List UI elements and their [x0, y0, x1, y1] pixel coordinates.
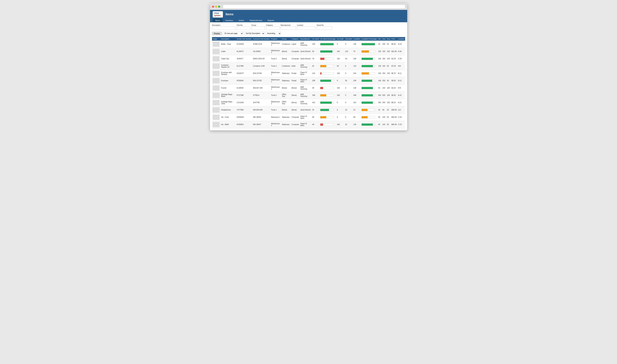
table-row[interactable]: Bottle - Clear KC83940 47385-2234 Wareho… — [212, 41, 405, 48]
on-order-cell: 100 — [336, 91, 345, 99]
filter-location-label: Location — [297, 24, 316, 26]
on-hand-progress-fill — [320, 51, 332, 52]
on-hand-pct-cell — [319, 99, 336, 106]
allocated-cell: 120 — [344, 48, 353, 55]
on-hand-cell: 78 — [312, 55, 319, 62]
on-hand-progress-fill — [320, 102, 331, 104]
nav-tab-items[interactable]: Items — [213, 19, 223, 22]
description-input[interactable] — [212, 26, 236, 30]
program-cell: Truck 2 — [270, 62, 281, 70]
on-hand-pct-cell — [319, 91, 336, 99]
allocated-cell: 0 — [344, 99, 353, 106]
location-cell: 678 — [397, 84, 405, 91]
allocated-cell: 0 — [344, 114, 353, 121]
sort-by-select[interactable]: Sort By Description Sort By Part No. Sor… — [244, 32, 265, 35]
maximize-icon[interactable] — [218, 6, 220, 8]
max-cell: 100 — [382, 114, 386, 121]
on-hand-progress-bar — [320, 123, 334, 126]
available-cell: 142 — [353, 62, 361, 70]
avail-progress-bar — [361, 43, 375, 45]
table-row[interactable]: Headphones YX77882 345-829-465 Truck 1 [… — [212, 106, 405, 114]
max-cell: 200 — [382, 41, 386, 48]
min-cell: 50 — [378, 114, 382, 121]
table-row[interactable]: Cable Clip JK36477 00023-3344-28 Truck 2… — [212, 55, 405, 62]
display-button[interactable]: Display — [212, 32, 222, 35]
description-cell: Envelope — [221, 77, 236, 84]
image-cell — [212, 121, 221, 128]
on-hand-pct-cell — [319, 121, 336, 128]
location-cell: A-56 — [397, 48, 405, 55]
titlebar — [210, 3, 407, 10]
table-row[interactable]: Ink - B&W KH59601 INK-38457 Warehouse 1 … — [212, 121, 405, 128]
nav-tab-replenishment[interactable]: Replenishment — [247, 19, 265, 22]
avail-pct-cell — [361, 99, 378, 106]
sort-order-select[interactable]: Ascending Descending — [266, 32, 281, 35]
logo-clear-text: clear — [214, 12, 222, 14]
rop-cell: 20 — [386, 106, 391, 114]
min-cell: 20 — [378, 106, 382, 114]
table-row[interactable]: Cable KL26674 CA-26663 Warehouse 1 [None… — [212, 48, 405, 55]
min-cell: 100 — [378, 77, 382, 84]
nav-tab-inventory[interactable]: Inventory — [223, 19, 236, 22]
minimize-icon[interactable] — [215, 6, 217, 8]
description-cell: Container - Square Lid — [221, 62, 236, 70]
table-row[interactable]: Envelope with Window KG26377 ENV-22769 W… — [212, 70, 405, 77]
avail-progress-bar — [361, 79, 375, 82]
table-row[interactable]: Garbage Bags - Black KT27388 #7789-A Tru… — [212, 91, 405, 99]
on-order-cell: 0 — [336, 77, 345, 84]
nav-tab-reports[interactable]: Reports — [265, 19, 277, 22]
nav-tab-orders[interactable]: Orders — [236, 19, 247, 22]
filter-partno: Part No. — [237, 24, 250, 30]
serial-input[interactable] — [317, 26, 332, 30]
category-input[interactable] — [266, 26, 280, 30]
location-cell: C-03 — [397, 121, 405, 128]
image-cell — [212, 55, 221, 62]
on-order-cell: 100 — [336, 70, 345, 77]
rows-per-page-select[interactable]: 20 rows per page 50 rows per page 100 ro… — [223, 32, 243, 35]
customer-part-cell: CA-26663 — [252, 48, 271, 55]
table-row[interactable]: Envelope KF83844 ENV-22750 Warehouse 1 S… — [212, 77, 405, 84]
close-icon[interactable] — [212, 6, 214, 8]
image-cell — [212, 114, 221, 121]
min-cell: 100 — [378, 62, 382, 70]
on-order-cell: 0 — [336, 41, 345, 48]
col-customer-part: Customer Part Number — [252, 37, 271, 41]
rop-cell: 50 — [386, 41, 391, 48]
customer-part-cell: 345-829-465 — [252, 106, 271, 114]
table-row[interactable]: Funnel KL48593 456-927-348 Warehouse 1 [… — [212, 84, 405, 91]
partno-input[interactable] — [237, 26, 250, 30]
rop-cell: 100 — [386, 91, 391, 99]
filter-row: Description Part No. Group Category Manu… — [212, 24, 405, 30]
filter-manufacturer-label: Manufacturer — [281, 24, 296, 26]
table-row[interactable]: Ink - Color KH59600 INK-38456 Wareouse 1… — [212, 114, 405, 121]
max-cell: 200 — [382, 55, 386, 62]
avail-pct-cell — [361, 41, 378, 48]
vendor-part-cell: LO11000 — [236, 99, 252, 106]
description-cell: Ink - Color — [221, 114, 236, 121]
location-input[interactable] — [297, 26, 316, 30]
price-cell: $5.00 — [391, 41, 397, 48]
avail-pct-cell — [361, 121, 378, 128]
avail-pct-cell — [361, 70, 378, 77]
manufacturer-input[interactable] — [281, 26, 296, 30]
on-hand-progress-fill — [320, 109, 329, 111]
table-row[interactable]: Container - Square Lid KL27388 Container… — [212, 62, 405, 70]
image-cell — [212, 77, 221, 84]
table-row[interactable]: Garbage Bags - Clear LO11000 JK47785 War… — [212, 99, 405, 106]
avail-progress-bar — [361, 94, 375, 97]
url-bar[interactable] — [223, 5, 405, 9]
item-image — [213, 42, 220, 47]
manufacturer-cell: Quick Electric — [300, 106, 312, 114]
group-input[interactable] — [251, 26, 265, 30]
rop-cell: 50 — [386, 62, 391, 70]
nav-tabs: Items Inventory Orders Replenishment Rep… — [213, 19, 405, 22]
customer-part-cell: #7789-A — [252, 91, 271, 99]
group-cell: Office Sup. — [281, 99, 291, 106]
description-cell: Headphones — [221, 106, 236, 114]
col-available: Available — [353, 37, 361, 41]
avail-pct-cell — [361, 91, 378, 99]
on-order-cell: 100 — [336, 48, 345, 55]
avail-progress-fill — [362, 94, 373, 96]
on-hand-pct-cell — [319, 70, 336, 77]
allocated-cell: 0 — [344, 62, 353, 70]
